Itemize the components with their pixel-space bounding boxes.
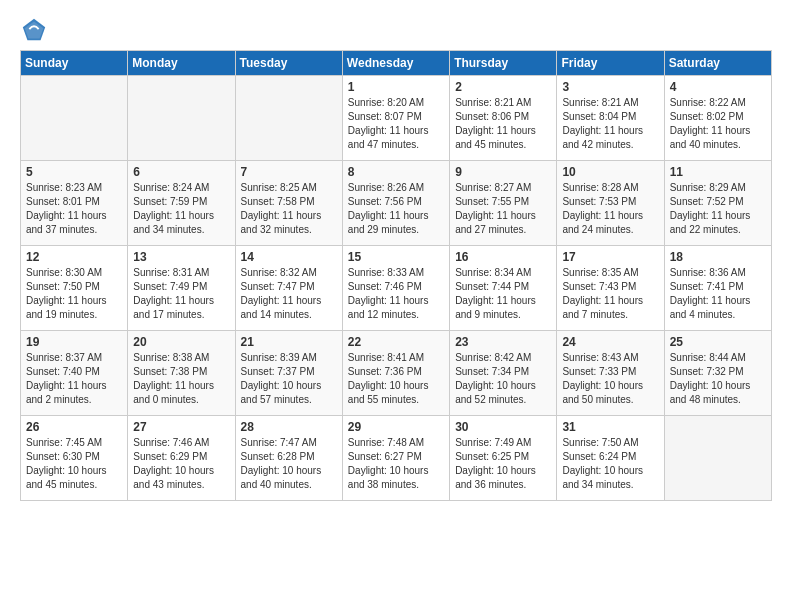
calendar-cell: 25Sunrise: 8:44 AM Sunset: 7:32 PM Dayli… bbox=[664, 331, 771, 416]
day-number: 31 bbox=[562, 420, 658, 434]
calendar-cell: 30Sunrise: 7:49 AM Sunset: 6:25 PM Dayli… bbox=[450, 416, 557, 501]
day-number: 20 bbox=[133, 335, 229, 349]
day-info: Sunrise: 7:45 AM Sunset: 6:30 PM Dayligh… bbox=[26, 436, 122, 492]
day-number: 2 bbox=[455, 80, 551, 94]
day-number: 27 bbox=[133, 420, 229, 434]
day-number: 29 bbox=[348, 420, 444, 434]
day-number: 14 bbox=[241, 250, 337, 264]
day-number: 25 bbox=[670, 335, 766, 349]
calendar-table: SundayMondayTuesdayWednesdayThursdayFrid… bbox=[20, 50, 772, 501]
calendar-header-sunday: Sunday bbox=[21, 51, 128, 76]
day-info: Sunrise: 7:50 AM Sunset: 6:24 PM Dayligh… bbox=[562, 436, 658, 492]
day-info: Sunrise: 7:48 AM Sunset: 6:27 PM Dayligh… bbox=[348, 436, 444, 492]
day-number: 19 bbox=[26, 335, 122, 349]
day-number: 8 bbox=[348, 165, 444, 179]
day-number: 7 bbox=[241, 165, 337, 179]
day-info: Sunrise: 8:31 AM Sunset: 7:49 PM Dayligh… bbox=[133, 266, 229, 322]
day-number: 28 bbox=[241, 420, 337, 434]
calendar-cell: 10Sunrise: 8:28 AM Sunset: 7:53 PM Dayli… bbox=[557, 161, 664, 246]
logo-icon bbox=[20, 16, 48, 44]
day-info: Sunrise: 8:28 AM Sunset: 7:53 PM Dayligh… bbox=[562, 181, 658, 237]
calendar-cell: 27Sunrise: 7:46 AM Sunset: 6:29 PM Dayli… bbox=[128, 416, 235, 501]
day-number: 6 bbox=[133, 165, 229, 179]
day-info: Sunrise: 8:34 AM Sunset: 7:44 PM Dayligh… bbox=[455, 266, 551, 322]
day-number: 30 bbox=[455, 420, 551, 434]
day-info: Sunrise: 8:25 AM Sunset: 7:58 PM Dayligh… bbox=[241, 181, 337, 237]
day-info: Sunrise: 8:21 AM Sunset: 8:04 PM Dayligh… bbox=[562, 96, 658, 152]
week-row-4: 19Sunrise: 8:37 AM Sunset: 7:40 PM Dayli… bbox=[21, 331, 772, 416]
day-number: 17 bbox=[562, 250, 658, 264]
calendar-cell: 3Sunrise: 8:21 AM Sunset: 8:04 PM Daylig… bbox=[557, 76, 664, 161]
day-info: Sunrise: 8:23 AM Sunset: 8:01 PM Dayligh… bbox=[26, 181, 122, 237]
calendar-cell: 15Sunrise: 8:33 AM Sunset: 7:46 PM Dayli… bbox=[342, 246, 449, 331]
day-info: Sunrise: 8:22 AM Sunset: 8:02 PM Dayligh… bbox=[670, 96, 766, 152]
day-info: Sunrise: 8:41 AM Sunset: 7:36 PM Dayligh… bbox=[348, 351, 444, 407]
day-info: Sunrise: 8:43 AM Sunset: 7:33 PM Dayligh… bbox=[562, 351, 658, 407]
day-info: Sunrise: 8:29 AM Sunset: 7:52 PM Dayligh… bbox=[670, 181, 766, 237]
calendar-cell: 1Sunrise: 8:20 AM Sunset: 8:07 PM Daylig… bbox=[342, 76, 449, 161]
calendar-cell: 6Sunrise: 8:24 AM Sunset: 7:59 PM Daylig… bbox=[128, 161, 235, 246]
day-number: 16 bbox=[455, 250, 551, 264]
day-info: Sunrise: 8:44 AM Sunset: 7:32 PM Dayligh… bbox=[670, 351, 766, 407]
calendar-cell: 26Sunrise: 7:45 AM Sunset: 6:30 PM Dayli… bbox=[21, 416, 128, 501]
calendar-cell: 13Sunrise: 8:31 AM Sunset: 7:49 PM Dayli… bbox=[128, 246, 235, 331]
calendar-header-row: SundayMondayTuesdayWednesdayThursdayFrid… bbox=[21, 51, 772, 76]
day-info: Sunrise: 8:33 AM Sunset: 7:46 PM Dayligh… bbox=[348, 266, 444, 322]
calendar-cell: 8Sunrise: 8:26 AM Sunset: 7:56 PM Daylig… bbox=[342, 161, 449, 246]
day-number: 26 bbox=[26, 420, 122, 434]
day-number: 10 bbox=[562, 165, 658, 179]
page-container: SundayMondayTuesdayWednesdayThursdayFrid… bbox=[0, 0, 792, 511]
calendar-cell: 19Sunrise: 8:37 AM Sunset: 7:40 PM Dayli… bbox=[21, 331, 128, 416]
day-number: 15 bbox=[348, 250, 444, 264]
calendar-cell: 28Sunrise: 7:47 AM Sunset: 6:28 PM Dayli… bbox=[235, 416, 342, 501]
calendar-cell bbox=[128, 76, 235, 161]
calendar-cell: 2Sunrise: 8:21 AM Sunset: 8:06 PM Daylig… bbox=[450, 76, 557, 161]
day-number: 9 bbox=[455, 165, 551, 179]
day-info: Sunrise: 7:46 AM Sunset: 6:29 PM Dayligh… bbox=[133, 436, 229, 492]
calendar-cell bbox=[664, 416, 771, 501]
calendar-header-thursday: Thursday bbox=[450, 51, 557, 76]
day-number: 21 bbox=[241, 335, 337, 349]
day-number: 4 bbox=[670, 80, 766, 94]
day-info: Sunrise: 8:32 AM Sunset: 7:47 PM Dayligh… bbox=[241, 266, 337, 322]
day-info: Sunrise: 8:20 AM Sunset: 8:07 PM Dayligh… bbox=[348, 96, 444, 152]
week-row-3: 12Sunrise: 8:30 AM Sunset: 7:50 PM Dayli… bbox=[21, 246, 772, 331]
day-number: 13 bbox=[133, 250, 229, 264]
week-row-2: 5Sunrise: 8:23 AM Sunset: 8:01 PM Daylig… bbox=[21, 161, 772, 246]
calendar-cell bbox=[235, 76, 342, 161]
week-row-5: 26Sunrise: 7:45 AM Sunset: 6:30 PM Dayli… bbox=[21, 416, 772, 501]
calendar-cell: 21Sunrise: 8:39 AM Sunset: 7:37 PM Dayli… bbox=[235, 331, 342, 416]
week-row-1: 1Sunrise: 8:20 AM Sunset: 8:07 PM Daylig… bbox=[21, 76, 772, 161]
calendar-cell: 9Sunrise: 8:27 AM Sunset: 7:55 PM Daylig… bbox=[450, 161, 557, 246]
calendar-header-saturday: Saturday bbox=[664, 51, 771, 76]
day-number: 18 bbox=[670, 250, 766, 264]
day-number: 11 bbox=[670, 165, 766, 179]
day-number: 22 bbox=[348, 335, 444, 349]
calendar-cell: 24Sunrise: 8:43 AM Sunset: 7:33 PM Dayli… bbox=[557, 331, 664, 416]
day-number: 5 bbox=[26, 165, 122, 179]
calendar-cell: 31Sunrise: 7:50 AM Sunset: 6:24 PM Dayli… bbox=[557, 416, 664, 501]
calendar-cell bbox=[21, 76, 128, 161]
day-number: 12 bbox=[26, 250, 122, 264]
day-info: Sunrise: 8:35 AM Sunset: 7:43 PM Dayligh… bbox=[562, 266, 658, 322]
calendar-header-monday: Monday bbox=[128, 51, 235, 76]
day-number: 24 bbox=[562, 335, 658, 349]
day-info: Sunrise: 8:30 AM Sunset: 7:50 PM Dayligh… bbox=[26, 266, 122, 322]
calendar-cell: 23Sunrise: 8:42 AM Sunset: 7:34 PM Dayli… bbox=[450, 331, 557, 416]
day-info: Sunrise: 8:27 AM Sunset: 7:55 PM Dayligh… bbox=[455, 181, 551, 237]
calendar-header-tuesday: Tuesday bbox=[235, 51, 342, 76]
day-info: Sunrise: 7:47 AM Sunset: 6:28 PM Dayligh… bbox=[241, 436, 337, 492]
calendar-cell: 18Sunrise: 8:36 AM Sunset: 7:41 PM Dayli… bbox=[664, 246, 771, 331]
logo bbox=[20, 16, 52, 44]
calendar-cell: 17Sunrise: 8:35 AM Sunset: 7:43 PM Dayli… bbox=[557, 246, 664, 331]
calendar-cell: 5Sunrise: 8:23 AM Sunset: 8:01 PM Daylig… bbox=[21, 161, 128, 246]
calendar-cell: 11Sunrise: 8:29 AM Sunset: 7:52 PM Dayli… bbox=[664, 161, 771, 246]
calendar-cell: 20Sunrise: 8:38 AM Sunset: 7:38 PM Dayli… bbox=[128, 331, 235, 416]
day-info: Sunrise: 8:38 AM Sunset: 7:38 PM Dayligh… bbox=[133, 351, 229, 407]
calendar-header-wednesday: Wednesday bbox=[342, 51, 449, 76]
calendar-cell: 12Sunrise: 8:30 AM Sunset: 7:50 PM Dayli… bbox=[21, 246, 128, 331]
calendar-cell: 7Sunrise: 8:25 AM Sunset: 7:58 PM Daylig… bbox=[235, 161, 342, 246]
day-info: Sunrise: 8:24 AM Sunset: 7:59 PM Dayligh… bbox=[133, 181, 229, 237]
calendar-cell: 16Sunrise: 8:34 AM Sunset: 7:44 PM Dayli… bbox=[450, 246, 557, 331]
calendar-header-friday: Friday bbox=[557, 51, 664, 76]
